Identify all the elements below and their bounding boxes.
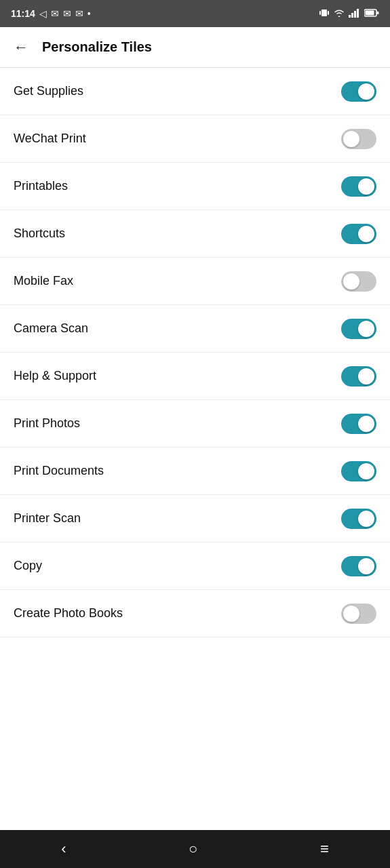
- toggle-get-supplies[interactable]: [341, 81, 376, 102]
- status-bar: 11:14 ◁ ✉ ✉ ✉ •: [0, 0, 390, 27]
- tile-row-copy: Copy: [0, 542, 390, 590]
- svg-rect-9: [377, 12, 379, 14]
- tile-label-help-support: Help & Support: [14, 369, 96, 383]
- tile-label-print-documents: Print Documents: [14, 464, 104, 478]
- tile-label-camera-scan: Camera Scan: [14, 321, 88, 336]
- toggle-mobile-fax[interactable]: [341, 271, 376, 292]
- svg-rect-4: [351, 13, 353, 18]
- tile-label-wechat-print: WeChat Print: [14, 132, 86, 146]
- battery-icon: [364, 8, 379, 20]
- toggle-printer-scan[interactable]: [341, 509, 376, 529]
- tile-row-help-support: Help & Support: [0, 353, 390, 400]
- bottom-nav: ‹ ○ ≡: [0, 830, 390, 868]
- svg-rect-2: [328, 11, 329, 15]
- tile-label-printer-scan: Printer Scan: [14, 511, 81, 526]
- toggle-create-photo-books[interactable]: [341, 604, 376, 624]
- tile-label-print-photos: Print Photos: [14, 416, 80, 431]
- toggle-copy[interactable]: [341, 556, 376, 576]
- svg-rect-0: [321, 9, 327, 16]
- toggle-shortcuts[interactable]: [341, 224, 376, 244]
- toggle-wechat-print[interactable]: [341, 129, 376, 149]
- tile-row-mobile-fax: Mobile Fax: [0, 258, 390, 305]
- email-icon-1: ✉: [51, 8, 59, 19]
- back-button[interactable]: ←: [11, 36, 31, 59]
- vibrate-icon: [319, 7, 330, 20]
- toggle-camera-scan[interactable]: [341, 319, 376, 339]
- status-right: [319, 7, 379, 20]
- tile-row-printables: Printables: [0, 163, 390, 210]
- toggle-printables[interactable]: [341, 176, 376, 197]
- home-nav-button[interactable]: ○: [175, 835, 211, 863]
- svg-rect-1: [319, 11, 321, 15]
- svg-rect-6: [357, 9, 359, 18]
- toggle-print-photos[interactable]: [341, 414, 376, 434]
- signal-icon: [349, 8, 361, 20]
- tile-label-shortcuts: Shortcuts: [14, 226, 65, 241]
- tile-row-print-documents: Print Documents: [0, 448, 390, 495]
- tile-row-printer-scan: Printer Scan: [0, 495, 390, 542]
- dot-icon: •: [87, 8, 91, 19]
- tile-row-get-supplies: Get Supplies: [0, 68, 390, 115]
- svg-rect-8: [366, 10, 374, 15]
- tile-label-copy: Copy: [14, 559, 42, 573]
- status-left: 11:14 ◁ ✉ ✉ ✉ •: [11, 8, 91, 19]
- header: ← Personalize Tiles: [0, 27, 390, 68]
- back-nav-button[interactable]: ‹: [47, 835, 79, 863]
- svg-rect-3: [349, 15, 351, 18]
- svg-rect-5: [354, 11, 356, 18]
- tile-label-create-photo-books: Create Photo Books: [14, 606, 123, 620]
- tile-row-wechat-print: WeChat Print: [0, 115, 390, 163]
- tiles-list: Get SuppliesWeChat PrintPrintablesShortc…: [0, 68, 390, 830]
- tile-row-print-photos: Print Photos: [0, 400, 390, 448]
- tile-row-camera-scan: Camera Scan: [0, 305, 390, 353]
- tile-label-mobile-fax: Mobile Fax: [14, 274, 73, 288]
- email-icon-3: ✉: [75, 8, 83, 19]
- tile-row-shortcuts: Shortcuts: [0, 210, 390, 258]
- menu-nav-button[interactable]: ≡: [307, 835, 343, 863]
- tile-row-create-photo-books: Create Photo Books: [0, 590, 390, 637]
- tile-label-printables: Printables: [14, 179, 68, 193]
- wifi-icon: [333, 8, 345, 20]
- toggle-print-documents[interactable]: [341, 461, 376, 481]
- page-title: Personalize Tiles: [42, 39, 152, 55]
- navigation-icon: ◁: [39, 8, 47, 19]
- toggle-help-support[interactable]: [341, 366, 376, 387]
- tile-label-get-supplies: Get Supplies: [14, 84, 83, 98]
- email-icon-2: ✉: [63, 8, 71, 19]
- status-time: 11:14: [11, 8, 35, 19]
